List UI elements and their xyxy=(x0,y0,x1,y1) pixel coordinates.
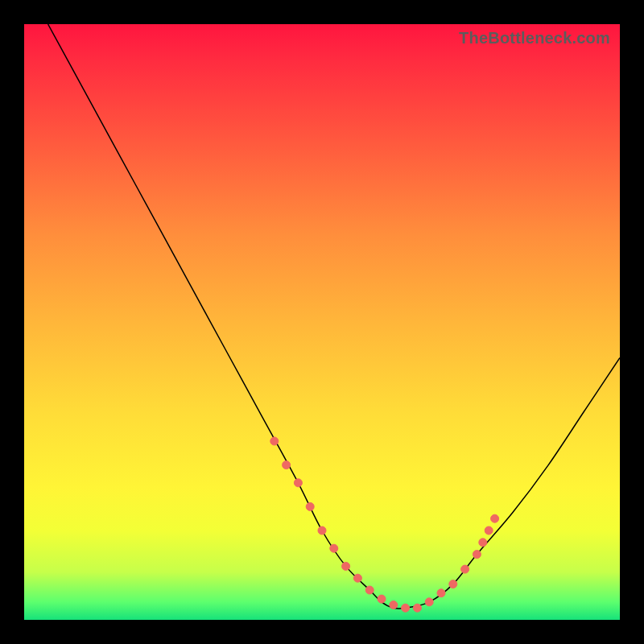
highlight-dot xyxy=(283,461,291,469)
bottleneck-curve xyxy=(48,24,620,609)
highlight-dot xyxy=(485,526,493,535)
highlight-dot xyxy=(437,589,445,597)
plot-area: TheBottleneck.com xyxy=(24,24,620,620)
highlight-dot xyxy=(353,574,361,582)
highlight-dot xyxy=(294,479,302,487)
highlight-dot xyxy=(413,604,421,612)
chart-stage: TheBottleneck.com xyxy=(0,0,644,644)
highlight-dot xyxy=(390,601,398,609)
highlight-dot xyxy=(378,595,386,603)
highlight-dot xyxy=(473,551,481,559)
highlight-dot xyxy=(491,514,499,522)
highlight-dot xyxy=(318,526,326,535)
curve-svg xyxy=(24,24,620,620)
highlight-dot xyxy=(342,562,350,570)
highlight-dot xyxy=(270,437,279,445)
highlight-dot xyxy=(449,580,457,588)
highlight-dots-group xyxy=(270,437,499,612)
highlight-dot xyxy=(461,565,469,573)
highlight-dot xyxy=(365,586,374,594)
highlight-dot xyxy=(402,604,410,612)
highlight-dot xyxy=(479,539,487,547)
highlight-dot xyxy=(330,544,338,552)
highlight-dot xyxy=(425,598,433,606)
highlight-dot xyxy=(306,502,314,510)
